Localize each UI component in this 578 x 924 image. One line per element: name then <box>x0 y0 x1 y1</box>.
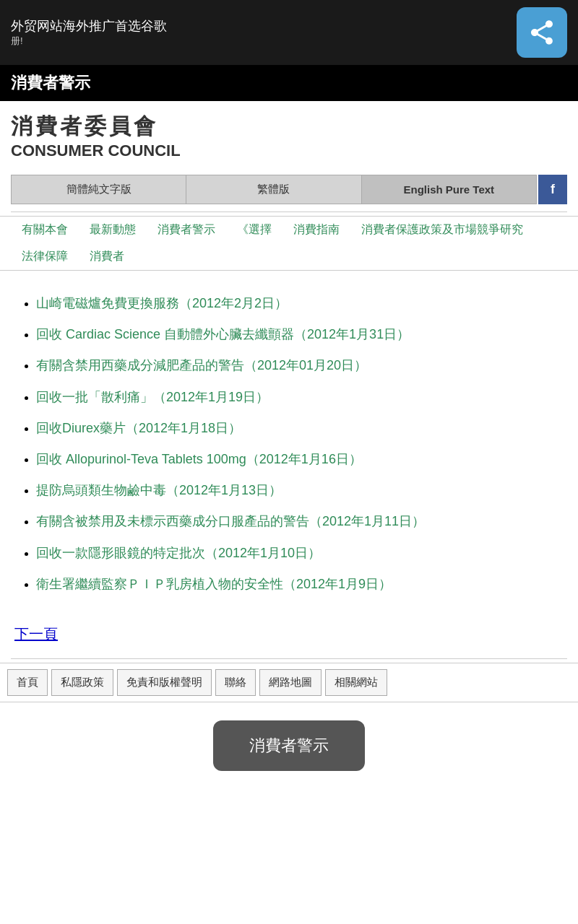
ad-title: 外贸网站海外推广首选谷歌 <box>11 17 167 35</box>
list-item: 回收 Cardiac Science 自動體外心臟去纖顫器（2012年1月31日… <box>36 326 564 344</box>
list-item: 回收Diurex藥片（2012年1月18日） <box>36 419 564 437</box>
menu-item-choice[interactable]: 《選擇 <box>226 217 282 243</box>
site-title-zh: 消費者委員會 <box>11 112 567 141</box>
menu-item-legal[interactable]: 法律保障 <box>11 243 79 270</box>
menu-item-policy[interactable]: 消費者保護政策及市場競爭研究 <box>350 217 534 243</box>
list-item: 衛生署繼續監察ＰＩＰ乳房植入物的安全性（2012年1月9日） <box>36 575 564 593</box>
news-link-7[interactable]: 提防烏頭類生物鹼中毒（2012年1月13日） <box>36 483 282 497</box>
bottom-nav-related[interactable]: 相關網站 <box>325 669 387 696</box>
menu-item-about[interactable]: 有關本會 <box>11 217 79 243</box>
bottom-nav-home[interactable]: 首頁 <box>7 669 48 696</box>
list-item: 回收一批「散利痛」（2012年1月19日） <box>36 388 564 406</box>
bottom-nav: 首頁 私隱政策 免責和版權聲明 聯絡 網路地圖 相關網站 <box>0 663 578 702</box>
bottom-nav-contact[interactable]: 聯絡 <box>215 669 256 696</box>
list-item: 回收 Allopurinol-Teva Tablets 100mg（2012年1… <box>36 450 564 468</box>
news-link-5[interactable]: 回收Diurex藥片（2012年1月18日） <box>36 421 241 435</box>
menu-item-consumer[interactable]: 消費者 <box>79 243 135 270</box>
bottom-nav-privacy[interactable]: 私隱政策 <box>51 669 113 696</box>
list-item: 有關含被禁用及未標示西藥成分口服產品的警告（2012年1月11日） <box>36 513 564 531</box>
divider <box>11 212 567 212</box>
bottom-nav-disclaimer[interactable]: 免責和版權聲明 <box>117 669 212 696</box>
ad-content: 外贸网站海外推广首选谷歌 册! <box>11 17 167 48</box>
site-title-en: CONSUMER COUNCIL <box>11 141 567 160</box>
topbar-title: 消費者警示 <box>11 74 90 92</box>
tab-english[interactable]: English Pure Text <box>362 175 536 204</box>
ad-share-button[interactable] <box>517 7 567 58</box>
nav-tabs: 簡體純文字版 繁體版 English Pure Text <box>11 175 537 204</box>
list-item: 提防烏頭類生物鹼中毒（2012年1月13日） <box>36 481 564 500</box>
news-link-2[interactable]: 回收 Cardiac Science 自動體外心臟去纖顫器（2012年1月31日… <box>36 327 410 341</box>
menu-item-guide[interactable]: 消費指南 <box>282 217 350 243</box>
next-page-link[interactable]: 下一頁 <box>14 626 58 642</box>
ad-subtitle: 册! <box>11 35 167 48</box>
divider-2 <box>11 658 567 659</box>
list-item: 回收一款隱形眼鏡的特定批次（2012年1月10日） <box>36 544 564 562</box>
top-bar: 消費者警示 <box>0 65 578 101</box>
news-link-8[interactable]: 有關含被禁用及未標示西藥成分口服產品的警告（2012年1月11日） <box>36 514 425 528</box>
news-link-4[interactable]: 回收一批「散利痛」（2012年1月19日） <box>36 390 269 404</box>
menu-item-news[interactable]: 最新動態 <box>79 217 147 243</box>
footer-warnings-button[interactable]: 消費者警示 <box>213 720 365 771</box>
facebook-button[interactable]: f <box>538 175 567 204</box>
tab-traditional[interactable]: 繁體版 <box>186 175 361 204</box>
nav-tabs-container: 簡體純文字版 繁體版 English Pure Text f <box>11 175 567 204</box>
main-menu: 有關本會 最新動態 消費者警示 《選擇 消費指南 消費者保護政策及市場競爭研究 … <box>0 216 578 271</box>
menu-item-warnings[interactable]: 消費者警示 <box>147 217 226 243</box>
news-list: 山崎電磁爐免費更換服務（2012年2月2日） 回收 Cardiac Scienc… <box>14 295 564 593</box>
list-item: 有關含禁用西藥成分減肥產品的警告（2012年01月20日） <box>36 357 564 375</box>
news-link-1[interactable]: 山崎電磁爐免費更換服務（2012年2月2日） <box>36 296 288 310</box>
news-link-6[interactable]: 回收 Allopurinol-Teva Tablets 100mg（2012年1… <box>36 452 362 466</box>
list-item: 山崎電磁爐免費更換服務（2012年2月2日） <box>36 295 564 313</box>
news-link-9[interactable]: 回收一款隱形眼鏡的特定批次（2012年1月10日） <box>36 546 321 560</box>
news-link-10[interactable]: 衛生署繼續監察ＰＩＰ乳房植入物的安全性（2012年1月9日） <box>36 577 392 591</box>
news-link-3[interactable]: 有關含禁用西藥成分減肥產品的警告（2012年01月20日） <box>36 358 367 372</box>
bottom-nav-sitemap[interactable]: 網路地圖 <box>259 669 322 696</box>
content-area: 山崎電磁爐免費更換服務（2012年2月2日） 回收 Cardiac Scienc… <box>0 274 578 614</box>
site-header: 消費者委員會 CONSUMER COUNCIL <box>0 101 578 167</box>
share-icon <box>527 18 556 47</box>
footer-section: 消費者警示 <box>0 706 578 785</box>
next-page-section: 下一頁 <box>0 614 578 655</box>
ad-banner: 外贸网站海外推广首选谷歌 册! <box>0 0 578 65</box>
tab-simplified[interactable]: 簡體純文字版 <box>12 175 186 204</box>
